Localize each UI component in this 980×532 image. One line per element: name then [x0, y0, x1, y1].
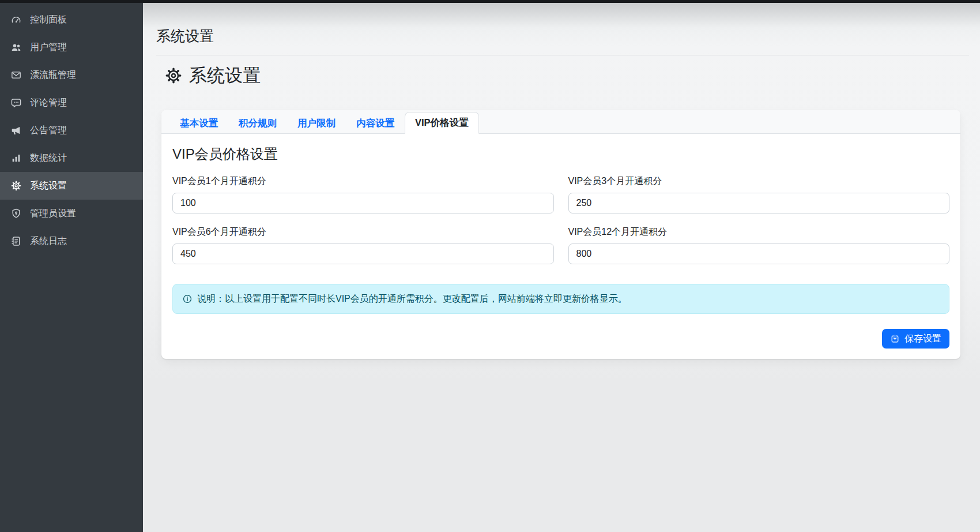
save-settings-button[interactable]: 保存设置 [882, 329, 949, 349]
field-vip-1-month: VIP会员1个月开通积分 [172, 175, 554, 213]
sidebar-item-users[interactable]: 用户管理 [0, 33, 143, 61]
sidebar-item-label: 漂流瓶管理 [30, 69, 76, 81]
sidebar-item-label: 用户管理 [30, 42, 67, 54]
tab-user-limits[interactable]: 用户限制 [287, 114, 346, 133]
page-title: 系统设置 [164, 63, 261, 88]
gear-icon [164, 66, 183, 85]
header-divider [156, 55, 969, 55]
sidebar-item-announcements[interactable]: 公告管理 [0, 117, 143, 144]
field-label: VIP会员12个月开通积分 [568, 226, 950, 238]
users-icon [10, 41, 22, 54]
sidebar-item-label: 系统设置 [30, 180, 67, 192]
field-label: VIP会员6个月开通积分 [172, 226, 554, 238]
vip-12-month-input[interactable] [568, 243, 950, 264]
field-label: VIP会员3个月开通积分 [568, 175, 950, 188]
speedometer-icon [10, 13, 22, 26]
info-alert-text: 说明：以上设置用于配置不同时长VIP会员的开通所需积分。更改配置后，网站前端将立… [197, 293, 627, 305]
top-bar [0, 0, 980, 3]
tab-basic-settings[interactable]: 基本设置 [169, 114, 228, 133]
sidebar-item-label: 控制面板 [30, 14, 67, 26]
settings-tabs: 基本设置 积分规则 用户限制 内容设置 VIP价格设置 [161, 110, 960, 134]
vip-6-month-input[interactable] [172, 243, 554, 264]
page-title-text: 系统设置 [189, 63, 261, 88]
sidebar-item-label: 数据统计 [30, 152, 67, 164]
journal-icon [10, 235, 22, 248]
vip-3-month-input[interactable] [568, 193, 950, 213]
save-button-label: 保存设置 [904, 333, 941, 345]
page-header-title: 系统设置 [156, 27, 214, 46]
sidebar-item-label: 管理员设置 [30, 208, 76, 220]
vip-price-form: VIP会员1个月开通积分 VIP会员3个月开通积分 VIP会员6个月开通积分 V… [172, 175, 949, 264]
field-vip-6-month: VIP会员6个月开通积分 [172, 226, 554, 264]
info-alert: 说明：以上设置用于配置不同时长VIP会员的开通所需积分。更改配置后，网站前端将立… [172, 284, 949, 314]
section-title: VIP会员价格设置 [172, 145, 949, 163]
comment-icon [10, 96, 22, 109]
sidebar-item-bottles[interactable]: 漂流瓶管理 [0, 61, 143, 89]
sidebar-item-statistics[interactable]: 数据统计 [0, 144, 143, 172]
megaphone-icon [10, 124, 22, 137]
field-vip-12-month: VIP会员12个月开通积分 [568, 226, 950, 264]
sidebar: 控制面板 用户管理 漂流瓶管理 评论管理 公告管理 数据统计 系统设置 管理员设… [0, 0, 143, 532]
field-label: VIP会员1个月开通积分 [172, 175, 554, 188]
sidebar-item-label: 系统日志 [30, 235, 67, 248]
settings-panel: VIP会员价格设置 VIP会员1个月开通积分 VIP会员3个月开通积分 VIP会… [161, 134, 960, 359]
actions-row: 保存设置 [172, 329, 949, 349]
sidebar-item-label: 公告管理 [30, 125, 67, 137]
main-content: 系统设置 系统设置 基本设置 积分规则 用户限制 内容设置 VIP价格设置 VI… [143, 0, 980, 532]
vip-1-month-input[interactable] [172, 193, 554, 213]
field-vip-3-month: VIP会员3个月开通积分 [568, 175, 950, 213]
sidebar-item-system-settings[interactable]: 系统设置 [0, 172, 143, 200]
tab-vip-price-settings[interactable]: VIP价格设置 [405, 112, 479, 134]
sidebar-item-dashboard[interactable]: 控制面板 [0, 6, 143, 33]
shield-icon [10, 207, 22, 220]
sidebar-item-admin-settings[interactable]: 管理员设置 [0, 200, 143, 227]
gear-icon [10, 179, 22, 192]
sidebar-item-comments[interactable]: 评论管理 [0, 89, 143, 117]
save-icon [890, 334, 900, 344]
sidebar-item-label: 评论管理 [30, 97, 67, 109]
settings-card: 基本设置 积分规则 用户限制 内容设置 VIP价格设置 VIP会员价格设置 VI… [161, 110, 960, 359]
sidebar-item-system-logs[interactable]: 系统日志 [0, 227, 143, 255]
envelope-icon [10, 69, 22, 81]
bar-chart-icon [10, 152, 22, 164]
tab-content-settings[interactable]: 内容设置 [346, 114, 405, 133]
tab-points-rules[interactable]: 积分规则 [228, 114, 287, 133]
info-icon [182, 294, 193, 304]
